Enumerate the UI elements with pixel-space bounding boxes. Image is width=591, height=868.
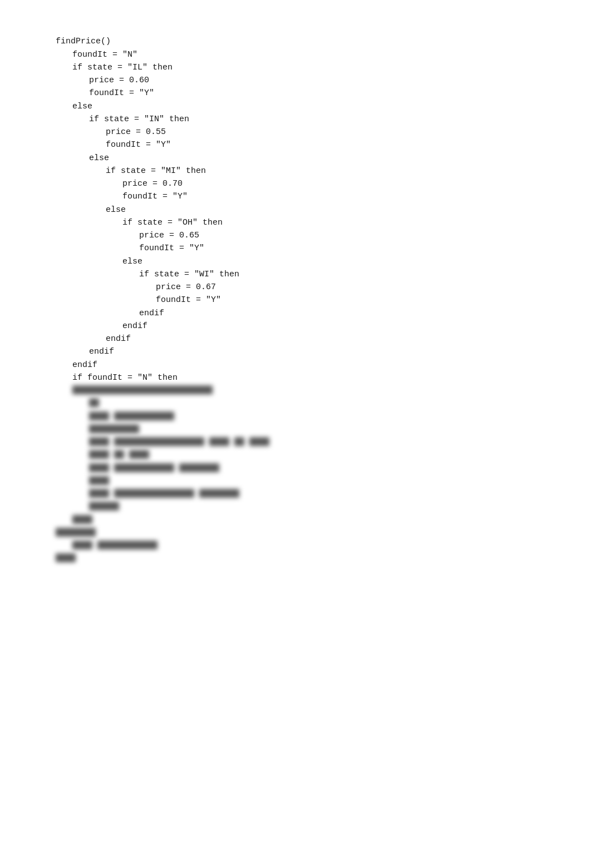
- code-line-18: if state = "WI" then: [139, 268, 591, 281]
- code-line-37: ████: [72, 514, 591, 527]
- code-line-13: else: [106, 204, 591, 216]
- code-line-28: ██: [89, 397, 591, 410]
- code-line-39: ████████: [56, 527, 591, 539]
- code-line-15: price = 0.65: [139, 229, 591, 242]
- code-line-2: if state = "IL" then: [72, 61, 591, 74]
- code-line-19: price = 0.67: [156, 281, 591, 294]
- code-line-41: ████: [56, 552, 591, 565]
- code-line-11: price = 0.70: [122, 177, 591, 190]
- code-line-21: endif: [139, 307, 591, 320]
- code-line-35: ████ ████████████████ ████████: [89, 488, 591, 500]
- code-line-16: foundIt = "Y": [139, 242, 591, 255]
- code-line-31: ████ ██████████████████ ████ ██ ████: [89, 436, 591, 449]
- code-line-9: else: [89, 152, 591, 165]
- code-line-33: ████ ████████████ ████████: [89, 462, 591, 475]
- code-line-36: ██████: [89, 500, 591, 513]
- code-line-10: if state = "MI" then: [106, 165, 591, 177]
- code-line-4: foundIt = "Y": [89, 87, 591, 100]
- code-line-25: endif: [72, 359, 591, 371]
- code-block: findPrice()foundIt = "N"if state = "IL" …: [56, 22, 591, 566]
- code-line-7: price = 0.55: [106, 126, 591, 138]
- code-line-6: if state = "IN" then: [89, 113, 591, 126]
- code-line-1: foundIt = "N": [72, 48, 591, 61]
- code-line-8: foundIt = "Y": [106, 138, 591, 151]
- code-line-5: else: [72, 100, 591, 113]
- code-line-12: foundIt = "Y": [122, 190, 591, 203]
- code-line-32: ████ ██ ████: [89, 449, 591, 462]
- code-line-34: ████: [89, 475, 591, 488]
- code-line-24: endif: [89, 345, 591, 358]
- code-line-27: ████████████████████████████: [72, 384, 591, 397]
- code-line-14: if state = "OH" then: [122, 216, 591, 229]
- code-line-22: endif: [122, 320, 591, 333]
- code-line-40: ████ ████████████: [72, 539, 591, 552]
- code-line-29: ████ ████████████: [89, 410, 591, 423]
- code-line-0: findPrice(): [56, 35, 591, 48]
- code-line-23: endif: [106, 333, 591, 345]
- code-line-30: ██████████: [89, 423, 591, 436]
- code-line-26: if foundIt = "N" then: [72, 371, 591, 384]
- code-line-17: else: [122, 255, 591, 268]
- code-line-20: foundIt = "Y": [156, 294, 591, 306]
- code-line-3: price = 0.60: [89, 74, 591, 87]
